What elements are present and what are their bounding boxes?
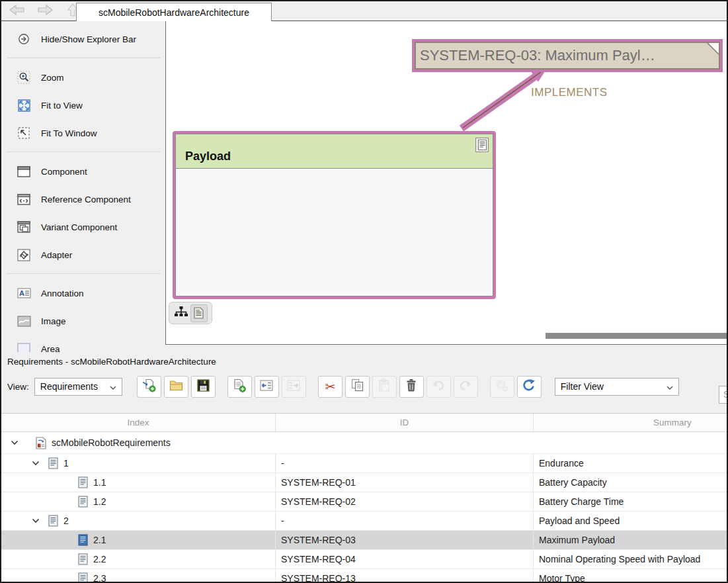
requirement-icon <box>78 496 88 508</box>
row-index-label: 2.2 <box>93 554 106 564</box>
navigation-bar: scMobileRobotHardwareArchitecture <box>1 1 727 21</box>
save-icon <box>197 379 210 394</box>
paste-button <box>372 376 397 398</box>
demote-requirement-button <box>282 376 306 398</box>
add-requirement-button[interactable] <box>227 376 252 398</box>
requirements-toolbar: View: Requirements <box>1 375 727 398</box>
sidebar-item-label: Component <box>41 167 87 177</box>
refresh-button[interactable] <box>517 376 542 398</box>
column-header-index[interactable]: Index <box>1 414 276 431</box>
table-row[interactable]: 1.1 SYSTEM-REQ-01 Battery Capacity <box>1 473 727 492</box>
adapter-icon <box>16 247 32 262</box>
sidebar-item-adapter[interactable]: Adapter <box>1 241 165 269</box>
implements-label: IMPLEMENTS <box>531 86 608 99</box>
row-summary: Nominal Operating Speed with Payload <box>534 550 727 568</box>
document-icon[interactable] <box>190 304 208 322</box>
reference-component-icon <box>16 192 32 206</box>
component-icon <box>16 164 32 179</box>
save-button[interactable] <box>191 376 216 398</box>
forward-button[interactable] <box>36 3 54 19</box>
cut-button[interactable]: ✂ <box>318 376 343 398</box>
filter-view-dropdown[interactable]: Filter View <box>555 378 679 396</box>
note-fold-corner-icon <box>707 42 719 55</box>
application-window: scMobileRobotHardwareArchitecture Hide/S… <box>0 0 728 583</box>
table-row[interactable]: 2.3 SYSTEM-REQ-13 Motor Type <box>1 569 727 582</box>
row-index-label: scMobileRobotRequirements <box>52 437 171 448</box>
row-index-label: 2.1 <box>93 535 106 545</box>
row-summary: Battery Charge Time <box>534 492 727 511</box>
separator <box>7 58 160 58</box>
table-row[interactable]: 2 - Payload and Speed <box>1 512 727 531</box>
sidebar-item-label: Variant Component <box>41 222 117 232</box>
fit-to-view-icon <box>16 98 32 112</box>
cut-icon: ✂ <box>325 381 335 393</box>
main-area: Hide/Show Explorer Bar Zoom Fit to View <box>1 21 727 352</box>
chevron-down-icon[interactable] <box>11 440 19 445</box>
row-index-label: 2 <box>63 516 69 526</box>
sidebar-item-label: Zoom <box>41 73 64 83</box>
chevron-down-icon[interactable] <box>32 461 40 466</box>
promote-requirement-button[interactable] <box>255 376 279 398</box>
explorer-bar-icon <box>16 32 32 46</box>
copy-button[interactable] <box>345 376 370 398</box>
sidebar-item-variant-component[interactable]: Variant Component <box>1 213 165 241</box>
fit-to-window-icon <box>16 126 32 140</box>
back-button[interactable] <box>8 3 26 19</box>
add-requirement-icon <box>233 379 246 395</box>
table-row[interactable]: 2.2 SYSTEM-REQ-04 Nominal Operating Spee… <box>1 550 727 569</box>
requirement-badge-icon[interactable] <box>475 138 489 152</box>
view-dropdown[interactable]: Requirements <box>34 378 122 396</box>
open-button[interactable] <box>164 376 188 398</box>
diagram-canvas[interactable]: SYSTEM-REQ-03: Maximum Payl… IMPLEMENTS … <box>165 21 727 345</box>
table-row[interactable]: 1.2 SYSTEM-REQ-02 Battery Charge Time <box>1 492 727 512</box>
sidebar-item-component[interactable]: Component <box>1 157 165 185</box>
search-placeholder: S <box>723 389 727 400</box>
sidebar-item-explorer-bar[interactable]: Hide/Show Explorer Bar <box>1 25 165 53</box>
column-header-summary[interactable]: Summary <box>534 414 727 431</box>
row-id: - <box>276 512 534 530</box>
undo-icon <box>431 379 446 394</box>
redo-icon <box>458 379 473 394</box>
sidebar-item-area[interactable]: Area <box>1 335 165 352</box>
area-icon <box>16 341 32 352</box>
row-summary: Maximum Payload <box>534 531 727 549</box>
delete-button[interactable] <box>399 376 424 398</box>
sidebar-item-fit-to-window[interactable]: Fit To Window <box>1 119 165 147</box>
requirement-set-icon <box>36 437 46 449</box>
implements-arrow[interactable] <box>450 61 563 140</box>
component-payload[interactable]: Payload <box>173 131 496 299</box>
requirement-annotation[interactable]: SYSTEM-REQ-03: Maximum Payl… <box>412 39 723 72</box>
requirement-icon <box>48 515 58 527</box>
add-link-button <box>490 376 514 398</box>
row-id: SYSTEM-REQ-04 <box>276 550 534 568</box>
requirement-icon <box>78 572 88 582</box>
tab-architecture[interactable]: scMobileRobotHardwareArchitecture <box>76 3 272 21</box>
annotation-icon: A <box>16 286 32 300</box>
view-dropdown-value: Requirements <box>40 381 98 392</box>
paste-icon <box>378 379 390 394</box>
sidebar-item-label: Annotation <box>41 289 84 298</box>
horizontal-scrollbar[interactable] <box>546 333 728 339</box>
separator <box>7 273 160 274</box>
sidebar-item-image[interactable]: Image <box>1 307 165 335</box>
sidebar-item-reference-component[interactable]: Reference Component <box>1 185 165 213</box>
chevron-down-icon[interactable] <box>32 518 40 523</box>
component-hover-toolbar <box>169 302 212 324</box>
requirements-table: Index ID Summary scMobileRobotRequiremen… <box>1 413 727 582</box>
tab-title: scMobileRobotHardwareArchitecture <box>99 7 249 18</box>
requirement-icon <box>78 553 88 565</box>
component-title: Payload <box>176 150 231 168</box>
new-requirement-set-button[interactable] <box>137 376 161 398</box>
table-row-selected[interactable]: 2.1 SYSTEM-REQ-03 Maximum Payload <box>1 531 727 550</box>
sidebar-item-annotation[interactable]: A Annotation <box>1 279 165 307</box>
sidebar-item-fit-to-view[interactable]: Fit to View <box>1 91 165 119</box>
column-header-id[interactable]: ID <box>276 414 534 431</box>
hierarchy-icon[interactable] <box>174 306 188 321</box>
search-input[interactable]: S <box>719 386 727 404</box>
table-row[interactable]: 1 - Endurance <box>1 454 727 473</box>
filter-view-value: Filter View <box>561 381 604 392</box>
demote-requirement-icon <box>287 380 300 394</box>
sidebar-item-zoom[interactable]: Zoom <box>1 64 165 91</box>
row-index-label: 1 <box>63 458 69 469</box>
table-row[interactable]: scMobileRobotRequirements <box>1 432 727 454</box>
